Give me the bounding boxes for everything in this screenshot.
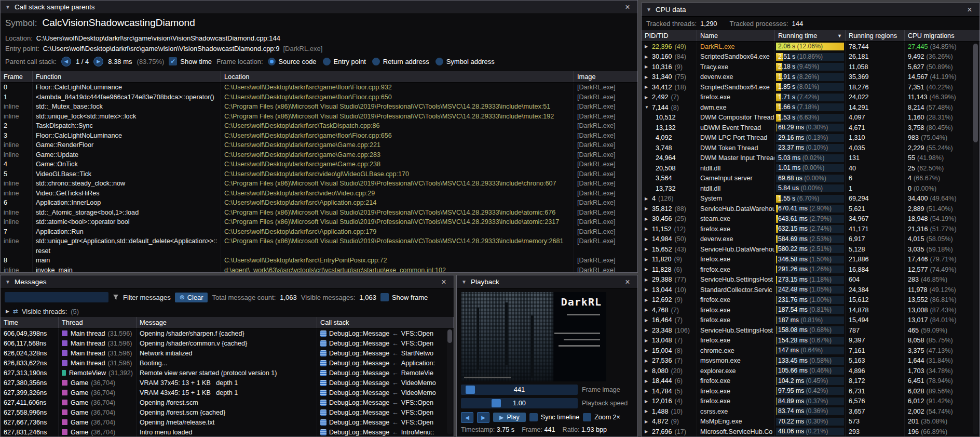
- cpu-process-row[interactable]: ▶4(126)System1.55 s (6.70%)69,29434,400(…: [642, 194, 979, 204]
- cpu-process-row[interactable]: ▶23,348(106)ServiceHub.SettingsHost158.0…: [642, 325, 979, 336]
- expand-arrow-icon[interactable]: ▶: [645, 44, 649, 49]
- cpu-process-row[interactable]: ▶27,536(7)msvsmon.exe133.45 ms (0.58%)5,…: [642, 356, 979, 366]
- collapse-icon[interactable]: ▼: [461, 279, 467, 285]
- scrollbar-thumb[interactable]: [973, 44, 978, 142]
- column-header-running-time[interactable]: Running time▼: [775, 30, 846, 41]
- message-row[interactable]: 627,380,356nsGame(36,704)VRAM 37x45: 13 …: [1, 378, 454, 388]
- step-back-button[interactable]: ◀: [461, 412, 473, 423]
- clear-button[interactable]: ⊗ Clear: [175, 293, 208, 302]
- play-button[interactable]: ▶ Play: [493, 413, 526, 422]
- column-header-message[interactable]: Message: [137, 317, 317, 328]
- column-header-image[interactable]: Image: [574, 71, 637, 82]
- cpu-process-row[interactable]: ▶14,784(5)firefox.exe97.95 ms (0.42%)6,7…: [642, 386, 979, 396]
- prev-parent-button[interactable]: ◀: [61, 57, 71, 67]
- callstack-icon[interactable]: [320, 340, 326, 347]
- callstack-icon[interactable]: [320, 360, 326, 366]
- expand-arrow-icon[interactable]: ▼: [645, 105, 649, 110]
- callstack-frame-row[interactable]: 2TaskDispatch::SyncC:\Users\wolf\Desktop…: [1, 121, 637, 131]
- radio-source-code[interactable]: Source code: [268, 58, 317, 65]
- expand-arrow-icon[interactable]: ▶: [645, 206, 649, 211]
- expand-arrow-icon[interactable]: ▶: [645, 277, 649, 282]
- expand-arrow-icon[interactable]: ▶: [645, 318, 649, 323]
- cpu-process-row[interactable]: ▶34,412(18)ScriptedSandbox64.exe1.85 s (…: [642, 82, 979, 92]
- show-time-checkbox[interactable]: ✓ Show time: [169, 57, 212, 65]
- callstack-frame-row[interactable]: inlinestd::_Atomic_storage<bool,1>::load…: [1, 208, 637, 218]
- callstack-frame-row[interactable]: inlinestd::unique_lock<std::mutex>::lock…: [1, 112, 637, 122]
- callstack-frame-row[interactable]: inlinestd::_Mutex_base::lockC:\Program F…: [1, 102, 637, 112]
- callstack-frame-row[interactable]: 1<lambda_84a19dc444fae966ca174e83e708bdc…: [1, 92, 637, 102]
- column-header-pid-tid[interactable]: PID/TID: [642, 30, 697, 41]
- expand-arrow-icon[interactable]: ▶: [645, 348, 649, 353]
- expand-arrow-icon[interactable]: ▶: [645, 328, 649, 333]
- callstack-frame-row[interactable]: inlineGame::UpdateC:\Users\wolf\Desktop\…: [1, 150, 637, 160]
- cpu-process-row[interactable]: 24,964DWM Master Input Thread5.03 ms (0.…: [642, 153, 979, 164]
- column-header-name[interactable]: Name: [697, 30, 775, 41]
- cpu-process-row[interactable]: ▶27,696(17)Microsoft.ServiceHub.Co48.06 …: [642, 427, 979, 436]
- callstack-frame-row[interactable]: inlinestd::chrono::steady_clock::nowC:\P…: [1, 179, 637, 189]
- message-row[interactable]: 627,831,246nsGame(36,704)Intro menu load…: [1, 427, 454, 436]
- cpu-scrollbar[interactable]: [973, 44, 978, 434]
- expand-arrow-icon[interactable]: ▶: [645, 64, 649, 69]
- expand-arrow-icon[interactable]: ▶: [645, 257, 649, 262]
- callstack-icon[interactable]: [320, 429, 326, 435]
- column-header-location[interactable]: Location: [221, 71, 574, 82]
- radio-return-address[interactable]: Return address: [372, 58, 429, 65]
- message-row[interactable]: 606,117,568nsMain thread(31,596)Opening …: [1, 338, 454, 348]
- cpu-process-row[interactable]: ▶29,388(77)ServiceHub.SettingsHost273.15…: [642, 275, 979, 285]
- expand-arrow-icon[interactable]: ▶: [645, 196, 649, 201]
- callstack-icon[interactable]: [320, 350, 326, 356]
- cpu-process-row[interactable]: ▶15,004(8)chrome.exe147 ms (0.64%)7,1613…: [642, 346, 979, 356]
- expand-arrow-icon[interactable]: ▶: [645, 55, 649, 59]
- callstack-frame-row[interactable]: 8mainC:\Users\wolf\Desktop\darkrl\src\En…: [1, 256, 637, 266]
- cpu-process-row[interactable]: ▶10,316(9)Tracy.exe2.18 s (9.45%)11,0585…: [642, 62, 979, 72]
- cpu-process-row[interactable]: 4,092DWM LPC Port Thread29.16 ms (0.13%)…: [642, 133, 979, 143]
- expand-arrow-icon[interactable]: ▶: [645, 368, 649, 373]
- cpu-process-row[interactable]: ▶4,872(9)MsMpEng.exe70.22 ms (0.30%)5732…: [642, 417, 979, 427]
- expand-arrow-icon[interactable]: ▶: [645, 267, 649, 272]
- cpu-process-row[interactable]: ▶31,340(75)devenv.exe1.91 s (8.26%)35,36…: [642, 72, 979, 83]
- message-row[interactable]: 627,558,996nsGame(36,704)Opening /forest…: [1, 407, 454, 417]
- collapse-icon[interactable]: ▼: [5, 279, 10, 285]
- message-row[interactable]: 627,667,736nsGame(36,704)Opening /meta/r…: [1, 417, 454, 427]
- column-header-function[interactable]: Function: [33, 71, 221, 82]
- message-row[interactable]: 627,411,606nsGame(36,704)Opening /forest…: [1, 398, 454, 407]
- next-parent-button[interactable]: ▶: [93, 57, 103, 67]
- cpu-process-row[interactable]: ▶2,492(7)firefox.exe1.71 s (7.42%)24,022…: [642, 92, 979, 103]
- close-icon[interactable]: ×: [439, 277, 449, 287]
- cpu-process-row[interactable]: ▼7,144(8)dwm.exe1.66 s (7.18%)14,2918,21…: [642, 102, 979, 113]
- callstack-frame-row[interactable]: inlinestd::atomic<bool>::operator boolC:…: [1, 217, 637, 227]
- cpu-process-row[interactable]: ▶14,984(50)devenv.exe584.69 ms (2.53%)6,…: [642, 234, 979, 245]
- callstack-icon[interactable]: [320, 330, 326, 337]
- cpu-process-row[interactable]: ▶12,692(9)firefox.exe231.76 ms (1.00%)15…: [642, 295, 979, 306]
- column-header-frame[interactable]: Frame: [1, 71, 33, 82]
- frame-image-slider[interactable]: 441: [461, 385, 578, 395]
- expand-arrow-icon[interactable]: ▶: [645, 298, 649, 302]
- cpu-process-row[interactable]: ▶22,396(49)DarkRL.exe2.06 s (12.06%)78,7…: [642, 42, 979, 52]
- cpu-process-row[interactable]: 20,508ntdll.dll1.01 ms (0.00%)4025(62.50…: [642, 163, 979, 174]
- callstack-frame-row[interactable]: 3Floor::CalcLightNoLuminanceC:\Users\wol…: [1, 131, 637, 141]
- cpu-process-row[interactable]: 3,564GameInput server69.68 us (0.00%)64(…: [642, 174, 979, 184]
- tree-expand-icon[interactable]: ▶: [6, 309, 9, 314]
- column-header-call-stack[interactable]: Call stack: [317, 317, 454, 328]
- cpu-process-row[interactable]: ▶12,016(4)firefox.exe84.89 ms (0.37%)6,5…: [642, 396, 979, 407]
- column-header-cpu-migrations[interactable]: CPU migrations: [905, 30, 979, 41]
- cpu-process-row[interactable]: ▶11,820(9)firefox.exe346.58 ms (1.50%)21…: [642, 255, 979, 265]
- close-icon[interactable]: ×: [622, 3, 633, 12]
- callstack-icon[interactable]: [320, 370, 326, 376]
- expand-arrow-icon[interactable]: ▶: [645, 247, 649, 251]
- cpu-process-row[interactable]: 10,512DWM Compositor Thread1.53 s (6.63%…: [642, 113, 979, 123]
- expand-arrow-icon[interactable]: ▶: [645, 399, 649, 404]
- cpu-process-row[interactable]: ▶15,652(43)ServiceHub.DataWarehou580.22 …: [642, 244, 979, 255]
- cpu-process-row[interactable]: ▶11,828(6)firefox.exe291.26 ms (1.26%)16…: [642, 264, 979, 275]
- zoom-2x-checkbox[interactable]: ✓ Zoom 2×: [583, 413, 620, 421]
- message-row[interactable]: 627,399,326nsGame(36,704)VRAM 43x45: 15 …: [1, 388, 454, 398]
- callstack-frame-row[interactable]: inlineGame::RenderFloorC:\Users\wolf\Des…: [1, 140, 637, 150]
- collapse-icon[interactable]: ▼: [5, 4, 10, 10]
- cpu-process-row[interactable]: ▶30,160(84)ScriptedSandbox64.exe2.51 s (…: [642, 52, 979, 62]
- callstack-frame-row[interactable]: inlineinvoke_maind:\agent\_work\63\s\src…: [1, 266, 637, 273]
- cpu-process-row[interactable]: ▶30,456(25)steam.exe643.61 ms (2.79%)34,…: [642, 214, 979, 224]
- show-frame-checkbox[interactable]: ✓ Show frame: [380, 293, 428, 301]
- expand-arrow-icon[interactable]: ▶: [645, 389, 649, 393]
- expand-arrow-icon[interactable]: ▶: [645, 95, 649, 100]
- cpu-process-row[interactable]: ▶13,044(10)StandardCollector.Servic242.4…: [642, 285, 979, 295]
